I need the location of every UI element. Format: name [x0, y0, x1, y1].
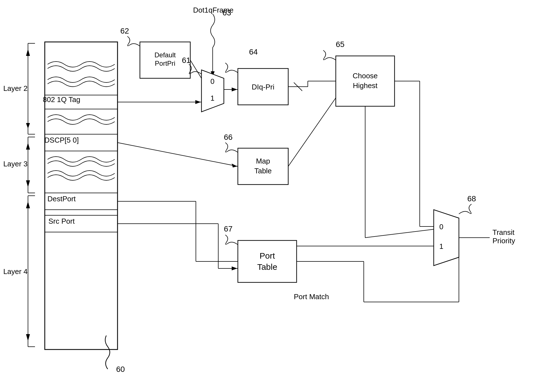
- layer3-label: Layer 3: [3, 160, 28, 168]
- svg-rect-41: [336, 56, 395, 106]
- porttable-label2: Table: [257, 262, 277, 271]
- ref-66: 66: [224, 133, 233, 141]
- layer4-label: Layer 4: [3, 267, 28, 276]
- ref-63: 63: [222, 8, 231, 17]
- ref-62: 62: [120, 27, 129, 35]
- transit-priority-label: Transit: [492, 228, 515, 237]
- choose-highest-label: Choose: [353, 72, 378, 80]
- mux2-1-label: 1: [439, 242, 443, 251]
- ref-65: 65: [336, 40, 344, 49]
- default-portpri-label: Default: [154, 51, 176, 59]
- dlqpri-label: DIq-Pri: [252, 83, 275, 91]
- ref-67: 67: [224, 225, 233, 233]
- diagram: 802 1Q Tag DSCP[5 0] DestPort Src Port L…: [0, 0, 556, 392]
- ref-61: 61: [182, 56, 191, 65]
- srcport-label: Src Port: [48, 217, 75, 225]
- maptable-label: Map: [256, 157, 270, 165]
- ref-68: 68: [467, 194, 476, 203]
- maptable-label2: Table: [254, 167, 272, 175]
- destport-label: DestPort: [47, 195, 76, 203]
- default-portpri-label2: PortPri: [155, 60, 175, 67]
- tag-label: 802 1Q Tag: [43, 95, 80, 104]
- transit-priority-label2: Priority: [492, 237, 515, 245]
- portmatch-label: Port Match: [294, 292, 329, 301]
- svg-rect-46: [238, 148, 288, 185]
- mux-0-label: 0: [210, 77, 214, 86]
- svg-rect-50: [238, 240, 297, 282]
- mux2-0-label: 0: [439, 223, 443, 231]
- porttable-label: Port: [259, 251, 275, 260]
- dscp-label: DSCP[5 0]: [44, 136, 79, 144]
- mux-1-label: 1: [210, 94, 214, 102]
- layer2-label: Layer 2: [3, 84, 28, 93]
- ref-64: 64: [249, 48, 258, 56]
- choose-highest-label2: Highest: [353, 81, 378, 90]
- svg-marker-58: [434, 210, 459, 266]
- ref-60: 60: [116, 365, 125, 374]
